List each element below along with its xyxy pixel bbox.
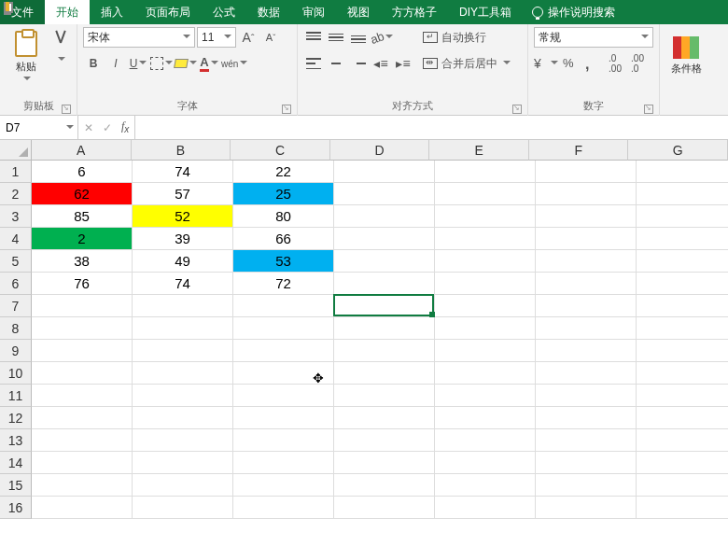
cell[interactable] [334, 407, 435, 429]
percent-button[interactable] [560, 53, 581, 74]
cell[interactable]: 74 [133, 273, 233, 295]
align-top-button[interactable] [303, 27, 324, 48]
cell[interactable]: 53 [233, 250, 334, 273]
increase-decimal-button[interactable]: .0.00 [605, 53, 625, 74]
cell[interactable] [32, 340, 133, 362]
cell[interactable] [233, 429, 334, 452]
cell[interactable]: 66 [233, 228, 334, 250]
tab-ffgz[interactable]: 方方格子 [381, 0, 448, 24]
cell[interactable] [536, 295, 637, 317]
increase-indent-button[interactable]: ▸≡ [393, 53, 413, 74]
cell[interactable] [536, 317, 637, 340]
cell[interactable] [133, 340, 233, 362]
cell[interactable] [435, 474, 536, 497]
cell[interactable] [637, 407, 728, 429]
cell[interactable] [334, 362, 435, 385]
cell[interactable] [133, 407, 233, 429]
cell[interactable] [637, 161, 728, 183]
cell[interactable] [334, 429, 435, 452]
cell[interactable] [637, 385, 728, 407]
currency-button[interactable] [534, 53, 558, 74]
cell[interactable] [233, 362, 334, 385]
cell[interactable] [637, 205, 728, 228]
row-headers[interactable]: 12345678910111213141516 [0, 161, 32, 519]
col-header-E[interactable]: E [429, 140, 529, 161]
cell[interactable] [233, 497, 334, 519]
paste-button[interactable]: 粘贴 [6, 27, 47, 85]
cell[interactable] [32, 295, 133, 317]
cell[interactable] [435, 228, 536, 250]
row-header-5[interactable]: 5 [0, 250, 32, 273]
cell[interactable]: 80 [233, 205, 334, 228]
cell[interactable] [637, 474, 728, 497]
cell[interactable] [435, 183, 536, 205]
border-button[interactable] [150, 53, 173, 74]
decrease-font-button[interactable]: Aˇ [260, 27, 281, 48]
cell[interactable] [536, 407, 637, 429]
cell[interactable] [536, 250, 637, 273]
cell[interactable] [536, 228, 637, 250]
align-right-button[interactable] [348, 53, 369, 74]
cell[interactable] [233, 317, 334, 340]
cell[interactable] [334, 295, 435, 317]
cell[interactable] [334, 317, 435, 340]
orientation-button[interactable]: ab [371, 27, 393, 48]
dialog-launcher-icon[interactable] [512, 105, 522, 114]
tab-diy[interactable]: DIY工具箱 [448, 0, 523, 24]
cells-area[interactable]: 6742262572585528023966384953767472 [32, 161, 728, 519]
name-box[interactable]: D7 [0, 116, 78, 139]
align-bottom-button[interactable] [348, 27, 369, 48]
cell[interactable]: 52 [133, 205, 233, 228]
cell[interactable]: 72 [233, 273, 334, 295]
cell[interactable]: 49 [133, 250, 233, 273]
col-header-B[interactable]: B [132, 140, 231, 161]
cell[interactable]: 76 [32, 273, 133, 295]
fx-button[interactable]: fx [121, 119, 129, 134]
col-header-A[interactable]: A [32, 140, 132, 161]
font-color-button[interactable]: A [199, 53, 219, 74]
row-header-6[interactable]: 6 [0, 273, 32, 295]
column-headers[interactable]: ABCDEFG [32, 140, 728, 161]
row-header-14[interactable]: 14 [0, 452, 32, 474]
tab-insert[interactable]: 插入 [90, 0, 134, 24]
comma-button[interactable] [582, 53, 603, 74]
cell[interactable] [637, 362, 728, 385]
cell[interactable] [133, 452, 233, 474]
cell[interactable] [536, 340, 637, 362]
cut-button[interactable] [50, 27, 71, 48]
cell[interactable] [536, 273, 637, 295]
cell[interactable] [435, 250, 536, 273]
select-all-corner[interactable] [0, 140, 32, 161]
cell[interactable] [435, 295, 536, 317]
cell[interactable] [133, 497, 233, 519]
cell[interactable] [435, 317, 536, 340]
cell[interactable] [133, 362, 233, 385]
align-center-button[interactable] [326, 53, 346, 74]
cell[interactable] [637, 228, 728, 250]
cell[interactable]: 2 [32, 228, 133, 250]
cell[interactable]: 39 [133, 228, 233, 250]
cell[interactable] [536, 161, 637, 183]
row-header-7[interactable]: 7 [0, 295, 32, 317]
cell[interactable] [133, 429, 233, 452]
dialog-launcher-icon[interactable] [62, 105, 71, 114]
cell[interactable] [233, 407, 334, 429]
cell[interactable] [435, 429, 536, 452]
phonetic-button[interactable]: wén [221, 53, 247, 74]
cell[interactable] [334, 340, 435, 362]
cell[interactable] [637, 340, 728, 362]
tab-view[interactable]: 视图 [336, 0, 381, 24]
tab-formulas[interactable]: 公式 [202, 0, 246, 24]
cell[interactable]: 25 [233, 183, 334, 205]
cell[interactable] [334, 250, 435, 273]
cell[interactable]: 74 [133, 161, 233, 183]
cell[interactable] [637, 250, 728, 273]
tab-data[interactable]: 数据 [246, 0, 291, 24]
cell[interactable] [334, 452, 435, 474]
tab-pagelayout[interactable]: 页面布局 [134, 0, 202, 24]
row-header-16[interactable]: 16 [0, 497, 32, 519]
cell[interactable] [334, 385, 435, 407]
decrease-decimal-button[interactable]: .00.0 [627, 53, 648, 74]
cell[interactable] [32, 317, 133, 340]
row-header-15[interactable]: 15 [0, 474, 32, 497]
